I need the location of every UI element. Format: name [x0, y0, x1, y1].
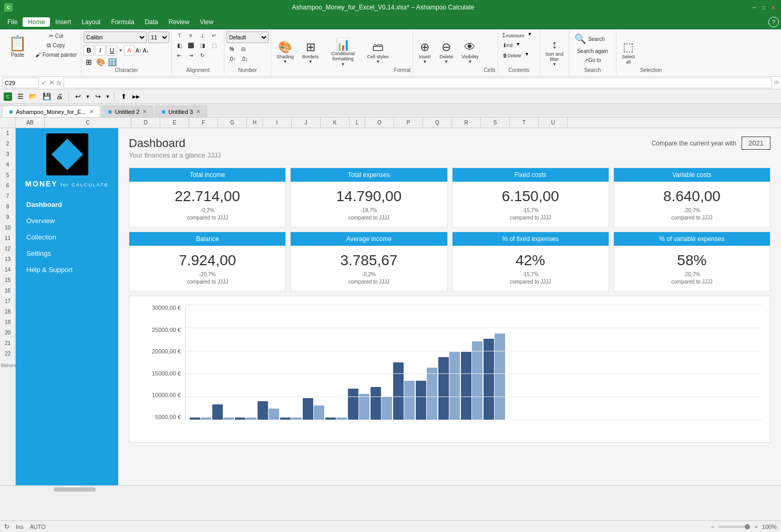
close-button[interactable]: ✕: [769, 4, 777, 11]
redo-dropdown[interactable]: ▼: [105, 91, 111, 102]
cell-reference-box[interactable]: [2, 78, 39, 88]
formula-cancel-icon[interactable]: ✕: [49, 79, 55, 87]
zoom-slider[interactable]: [718, 526, 750, 528]
dec-decrease-button[interactable]: .0↓: [239, 55, 250, 63]
row-6[interactable]: 6: [0, 181, 15, 191]
row-23[interactable]: filehorse.com: [0, 359, 15, 370]
italic-button[interactable]: I: [95, 45, 106, 56]
col-header-i[interactable]: I: [263, 118, 292, 128]
tab-untitled3[interactable]: ■ Untitled 3 ✕: [155, 106, 207, 117]
window-controls[interactable]: ─ □ ✕: [751, 4, 777, 11]
sidebar-item-help[interactable]: Help & Support: [16, 262, 118, 278]
row-2[interactable]: 2: [0, 139, 15, 149]
tab-ashampoo[interactable]: ■ Ashampoo_Money_for_E... ✕: [2, 106, 100, 117]
menu-review[interactable]: Review: [163, 17, 194, 27]
goto-button[interactable]: ↗ Go to: [571, 56, 614, 64]
maximize-button[interactable]: □: [760, 4, 767, 11]
save-button[interactable]: 💾: [41, 91, 53, 102]
row-16[interactable]: 16: [0, 286, 15, 296]
align-top-button[interactable]: ⊤: [174, 32, 184, 39]
font-shrink-button[interactable]: A↓: [143, 48, 149, 54]
delete-contents-dropdown[interactable]: ▼: [525, 51, 529, 59]
paste-button[interactable]: 📋 Paste: [4, 32, 31, 61]
col-header-g[interactable]: G: [218, 118, 247, 128]
col-header-ab[interactable]: AB: [16, 118, 45, 128]
row-17[interactable]: 17: [0, 296, 15, 307]
col-header-d[interactable]: D: [131, 118, 160, 128]
col-header-j[interactable]: J: [292, 118, 321, 128]
cell-styles-button[interactable]: 🗃 Cell styles ▼: [364, 32, 392, 73]
number-format-select[interactable]: Default: [227, 32, 269, 43]
search-again-button[interactable]: Search again: [571, 47, 614, 55]
visibility-button[interactable]: 👁 Visibility ▼: [458, 32, 481, 73]
menu-data[interactable]: Data: [139, 17, 163, 27]
align-center-button[interactable]: ⬛: [186, 41, 196, 49]
row-8[interactable]: 8: [0, 202, 15, 212]
fill-button[interactable]: ⬇ Fill: [500, 41, 515, 49]
row-7[interactable]: 7: [0, 191, 15, 202]
wrap-button[interactable]: ↵: [209, 32, 219, 39]
new-button[interactable]: ☰: [15, 91, 26, 102]
menu-view[interactable]: View: [194, 17, 219, 27]
font-name-select[interactable]: Calibri: [84, 32, 147, 43]
delete-button[interactable]: ⊖ Delete ▼: [436, 32, 456, 73]
row-11[interactable]: 11: [0, 233, 15, 244]
align-left-button[interactable]: ◧: [174, 41, 184, 49]
menu-formula[interactable]: Formula: [106, 17, 139, 27]
col-header-f[interactable]: F: [189, 118, 218, 128]
col-header-p[interactable]: P: [394, 118, 423, 128]
percent-button[interactable]: %: [227, 45, 237, 53]
borders-quick-button[interactable]: ⊞: [84, 58, 94, 66]
sidebar-item-dashboard[interactable]: Dashboard: [16, 196, 118, 213]
menu-file[interactable]: File: [2, 17, 23, 27]
font-color-button[interactable]: A: [124, 45, 135, 56]
fill-color-button[interactable]: 🎨: [95, 58, 106, 66]
underline-button[interactable]: U: [107, 45, 117, 56]
zoom-out-icon[interactable]: −: [711, 524, 714, 530]
menu-layout[interactable]: Layout: [76, 17, 106, 27]
indent-increase-button[interactable]: ⇥: [186, 51, 196, 59]
formula-input[interactable]: [64, 78, 772, 88]
menu-home[interactable]: Home: [23, 17, 50, 27]
sidebar-item-settings[interactable]: Settings: [16, 245, 118, 262]
font-size-select[interactable]: 11: [148, 32, 169, 43]
col-header-l[interactable]: L: [350, 118, 365, 128]
col-header-s[interactable]: S: [481, 118, 510, 128]
row-15[interactable]: 15: [0, 275, 15, 286]
open-button[interactable]: 📂: [27, 91, 39, 102]
compare-year-box[interactable]: 2021: [742, 137, 770, 150]
undo-button[interactable]: ↩: [72, 91, 84, 102]
autosum-button[interactable]: Σ Autosum: [500, 32, 527, 39]
format-cells-button[interactable]: 🔠: [107, 58, 117, 66]
bold-button[interactable]: B: [84, 45, 94, 56]
cut-button[interactable]: ✂ Cut: [33, 32, 79, 40]
row-12[interactable]: 12: [0, 244, 15, 254]
cursor-button[interactable]: ⬆: [118, 91, 129, 102]
row-19[interactable]: 19: [0, 317, 15, 328]
redo-button[interactable]: ↪: [92, 91, 104, 102]
sort-filter-button[interactable]: ↕ Sort andfilter ▼: [542, 32, 567, 73]
col-header-c[interactable]: C: [45, 118, 131, 128]
borders-button[interactable]: ⊞ Borders ▼: [299, 32, 322, 73]
col-header-u[interactable]: U: [539, 118, 568, 128]
tab-close-untitled3[interactable]: ✕: [196, 109, 200, 114]
row-9[interactable]: 9: [0, 212, 15, 223]
row-5[interactable]: 5: [0, 170, 15, 181]
autosum-dropdown[interactable]: ▼: [528, 32, 532, 39]
undo-dropdown[interactable]: ▼: [85, 91, 91, 102]
col-header-q[interactable]: Q: [423, 118, 452, 128]
scrollbar-thumb[interactable]: [54, 487, 96, 492]
row-10[interactable]: 10: [0, 223, 15, 233]
row-13[interactable]: 13: [0, 254, 15, 265]
insert-button[interactable]: ⊕ Insert ▼: [415, 32, 434, 73]
thousand-sep-button[interactable]: ⊟: [238, 45, 249, 53]
menu-insert[interactable]: Insert: [50, 17, 76, 27]
rotate-button[interactable]: ↻: [197, 51, 208, 59]
delete-contents-button[interactable]: 🗑 Delete: [500, 51, 523, 59]
align-middle-button[interactable]: ≡: [186, 32, 196, 39]
print-button[interactable]: 🖨: [54, 91, 65, 102]
col-header-e[interactable]: E: [160, 118, 189, 128]
copy-button[interactable]: ⧉ Copy: [33, 41, 79, 50]
fill-dropdown[interactable]: ▼: [516, 41, 520, 49]
minimize-button[interactable]: ─: [751, 4, 758, 11]
